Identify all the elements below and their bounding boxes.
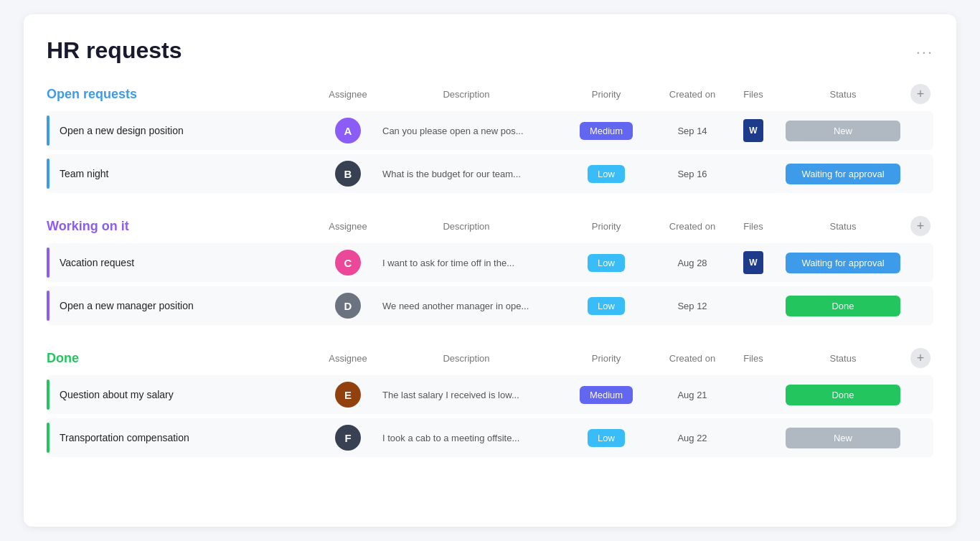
row-priority-col: Low [556, 297, 656, 315]
row-description: The last salary I received is low... [377, 390, 556, 400]
col-header-created-on: Created on [656, 221, 728, 232]
row-created-on: Sep 14 [656, 126, 728, 136]
col-header-assignee: Assignee [319, 89, 377, 100]
status-badge: Waiting for approval [786, 164, 900, 184]
col-header-description: Description [377, 353, 556, 364]
row-assignee: F [319, 425, 377, 451]
col-header-priority: Priority [556, 221, 656, 232]
priority-badge: Medium [580, 386, 633, 404]
row-accent-bar [47, 116, 50, 146]
row-assignee: E [319, 382, 377, 408]
add-col-button-open[interactable]: + [908, 84, 933, 104]
col-header-files: Files [728, 89, 778, 100]
row-status-col: New [778, 121, 908, 141]
row-name: Open a new design position [47, 125, 319, 136]
col-header-assignee: Assignee [319, 221, 377, 232]
row-created-on: Aug 22 [656, 433, 728, 443]
avatar: F [335, 425, 361, 451]
row-name: Transportation compensation [47, 432, 319, 443]
word-file-icon[interactable]: W [743, 119, 763, 142]
table-row[interactable]: Open a new manager positionDWe need anot… [47, 286, 933, 325]
row-accent-bar [47, 248, 50, 278]
page-title: HR requests [47, 37, 182, 64]
row-name: Team night [47, 168, 319, 179]
row-created-on: Sep 12 [656, 301, 728, 311]
row-status-col: Waiting for approval [778, 164, 908, 184]
word-file-icon[interactable]: W [743, 251, 763, 274]
main-card: HR requests ··· Open requestsAssigneeDes… [24, 14, 956, 527]
col-header-status: Status [778, 89, 908, 100]
row-status-col: Done [778, 296, 908, 316]
status-badge: Done [786, 385, 900, 405]
row-assignee: D [319, 293, 377, 319]
more-options-icon[interactable]: ··· [916, 43, 933, 62]
row-description: What is the budget for our team... [377, 169, 556, 179]
add-column-icon[interactable]: + [910, 84, 930, 104]
section-done: DoneAssigneeDescriptionPriorityCreated o… [47, 348, 933, 457]
row-files: W [728, 251, 778, 274]
status-badge: New [786, 121, 900, 141]
col-header-description: Description [377, 89, 556, 100]
row-priority-col: Low [556, 165, 656, 183]
priority-badge: Low [588, 254, 625, 272]
table-row[interactable]: Open a new design positionACan you pleas… [47, 111, 933, 150]
row-description: Can you please open a new pos... [377, 126, 556, 136]
section-open: Open requestsAssigneeDescriptionPriority… [47, 84, 933, 193]
row-created-on: Sep 16 [656, 169, 728, 179]
section-title-done: Done [47, 351, 319, 366]
add-col-button-working[interactable]: + [908, 216, 933, 236]
status-badge: Done [786, 296, 900, 316]
row-assignee: A [319, 118, 377, 144]
section-working: Working on itAssigneeDescriptionPriority… [47, 216, 933, 325]
col-header-created-on: Created on [656, 353, 728, 364]
add-column-icon[interactable]: + [910, 348, 930, 368]
priority-badge: Medium [580, 122, 633, 140]
row-assignee: B [319, 161, 377, 187]
section-title-working: Working on it [47, 219, 319, 234]
col-header-priority: Priority [556, 353, 656, 364]
row-name: Vacation request [47, 257, 319, 268]
table-row[interactable]: Transportation compensationFI took a cab… [47, 418, 933, 457]
row-priority-col: Medium [556, 122, 656, 140]
avatar: B [335, 161, 361, 187]
avatar: D [335, 293, 361, 319]
row-assignee: C [319, 250, 377, 276]
row-name: Question about my salary [47, 389, 319, 400]
col-header-status: Status [778, 221, 908, 232]
status-badge: Waiting for approval [786, 253, 900, 273]
status-badge: New [786, 428, 900, 448]
row-status-col: New [778, 428, 908, 448]
section-header-working: Working on itAssigneeDescriptionPriority… [47, 216, 933, 239]
row-created-on: Aug 21 [656, 390, 728, 400]
avatar: A [335, 118, 361, 144]
row-description: I want to ask for time off in the... [377, 258, 556, 268]
section-header-done: DoneAssigneeDescriptionPriorityCreated o… [47, 348, 933, 371]
col-header-status: Status [778, 353, 908, 364]
row-description: We need another manager in ope... [377, 301, 556, 311]
row-accent-bar [47, 380, 50, 410]
row-accent-bar [47, 423, 50, 453]
col-header-assignee: Assignee [319, 353, 377, 364]
row-priority-col: Low [556, 254, 656, 272]
priority-badge: Low [588, 165, 625, 183]
row-status-col: Done [778, 385, 908, 405]
row-status-col: Waiting for approval [778, 253, 908, 273]
add-col-button-done[interactable]: + [908, 348, 933, 368]
add-column-icon[interactable]: + [910, 216, 930, 236]
priority-badge: Low [588, 297, 625, 315]
col-header-files: Files [728, 221, 778, 232]
row-accent-bar [47, 291, 50, 321]
col-header-files: Files [728, 353, 778, 364]
col-header-priority: Priority [556, 89, 656, 100]
col-header-description: Description [377, 221, 556, 232]
row-priority-col: Medium [556, 386, 656, 404]
table-row[interactable]: Vacation requestCI want to ask for time … [47, 243, 933, 282]
row-priority-col: Low [556, 429, 656, 447]
section-header-open: Open requestsAssigneeDescriptionPriority… [47, 84, 933, 107]
row-accent-bar [47, 159, 50, 189]
table-row[interactable]: Question about my salaryEThe last salary… [47, 375, 933, 414]
priority-badge: Low [588, 429, 625, 447]
row-created-on: Aug 28 [656, 258, 728, 268]
table-row[interactable]: Team nightBWhat is the budget for our te… [47, 154, 933, 193]
section-title-open: Open requests [47, 87, 319, 102]
